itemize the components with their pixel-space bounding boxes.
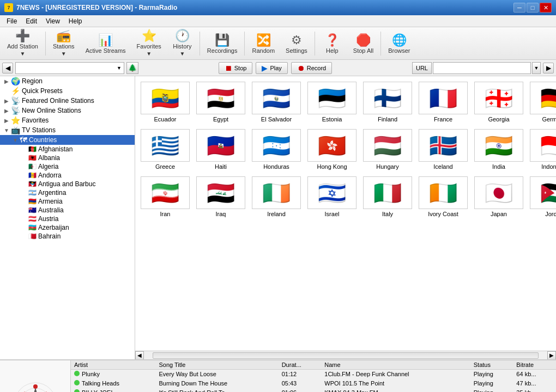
country-cell-france[interactable]: 🇫🇷France <box>418 81 469 124</box>
country-cell-greece[interactable]: 🇬🇷Greece <box>140 128 191 171</box>
flag-iraq: 🇮🇶 <box>196 176 245 209</box>
tree-austria[interactable]: 🇦🇹 Austria <box>0 215 135 223</box>
history-label: History <box>173 43 191 50</box>
close-button[interactable]: ✕ <box>540 3 552 13</box>
tree-quick-presets[interactable]: ⚡ Quick Presets <box>0 86 135 96</box>
tree-argentina[interactable]: 🇦🇷 Argentina <box>0 188 135 197</box>
favorites-arrow[interactable]: ▼ <box>146 50 152 58</box>
countries-icon: 🗺 <box>20 136 27 144</box>
new-online-toggle: ▶ <box>2 108 11 114</box>
country-cell-egypt[interactable]: 🇪🇬Egypt <box>195 81 246 124</box>
add-station-arrow[interactable]: ▼ <box>19 50 26 58</box>
stop-button[interactable]: ⏹ Stop <box>219 62 253 74</box>
menu-edit[interactable]: Edit <box>21 16 41 26</box>
np-row-1[interactable]: Talking HeadsBurning Down The House05:43… <box>71 379 556 388</box>
country-cell-india[interactable]: 🇮🇳India <box>473 128 524 171</box>
menu-file[interactable]: File <box>2 16 21 26</box>
country-name-iceland: Iceland <box>433 163 452 170</box>
country-name-indonesia: Indonesia <box>541 163 556 170</box>
tree-antigua[interactable]: 🇦🇬 Antigua and Barbuc <box>0 180 135 188</box>
tree-algeria[interactable]: 🇩🇿 Algeria <box>0 162 135 171</box>
tree-countries[interactable]: ▼ 🗺 Countries <box>0 135 135 145</box>
country-cell-ivory-coast[interactable]: 🇨🇮Ivory Coast <box>418 175 469 218</box>
nav-forward-button[interactable]: ▶ <box>543 63 554 74</box>
country-cell-estonia[interactable]: 🇪🇪Estonia <box>306 81 358 124</box>
tree-region[interactable]: ▶ 🌍 Region <box>0 76 135 86</box>
col-name: Name <box>321 360 470 370</box>
country-cell-haiti[interactable]: 🇭🇹Haiti <box>195 128 246 171</box>
tree-new-online[interactable]: ▶ 📡 New Online Stations <box>0 106 135 115</box>
history-arrow[interactable]: ▼ <box>179 50 185 58</box>
tree-featured[interactable]: ▶ 📡 Featured Online Stations <box>0 96 135 106</box>
settings-button[interactable]: ⚙ Settings <box>281 29 312 58</box>
country-cell-israel[interactable]: 🇮🇱Israel <box>306 175 358 218</box>
help-button[interactable]: ❓ Help <box>317 29 347 58</box>
flag-indonesia: 🇮🇩 <box>530 129 556 162</box>
active-streams-button[interactable]: 📊 Active Streams <box>81 29 131 58</box>
address-dropdown-icon: ▼ <box>117 65 122 71</box>
country-cell-germany[interactable]: 🇩🇪Germany <box>529 81 556 124</box>
tree-australia[interactable]: 🇦🇺 Australia <box>0 206 135 215</box>
stations-arrow[interactable]: ▼ <box>61 50 67 58</box>
radio-tower-svg <box>11 379 60 392</box>
country-cell-hong-kong[interactable]: 🇭🇰Hong Kong <box>306 128 358 171</box>
country-cell-japan[interactable]: 🇯🇵Japan <box>473 175 524 218</box>
tree-armenia[interactable]: 🇦🇲 Armenia <box>0 197 135 206</box>
tree-bahrain[interactable]: 🇧🇭 Bahrain <box>0 232 135 241</box>
region-icon: 🌍 <box>11 77 20 85</box>
country-cell-ireland[interactable]: 🇮🇪Ireland <box>251 175 302 218</box>
stop-all-button[interactable]: 🛑 Stop All <box>348 29 378 58</box>
horizontal-scrollbar[interactable]: ◀ ▶ <box>135 351 556 359</box>
random-button[interactable]: 🔀 Random <box>247 29 280 58</box>
url-input[interactable] <box>433 62 531 74</box>
np-header-row: Artist Song Title Durat... Name Status B… <box>71 360 556 370</box>
record-button[interactable]: ⏺ Record <box>291 62 332 74</box>
country-cell-el-salvador[interactable]: 🇸🇻El Salvador <box>251 81 302 124</box>
np-row-0[interactable]: PlunkyEvery Way But Loose01:121Club.FM -… <box>71 370 556 379</box>
tree-albania[interactable]: 🇦🇱 Albania <box>0 154 135 162</box>
history-button[interactable]: 🕐 History ▼ <box>167 29 197 58</box>
country-cell-honduras[interactable]: 🇭🇳Honduras <box>251 128 302 171</box>
favorites-button[interactable]: ⭐ Favorites ▼ <box>132 29 166 58</box>
country-cell-iraq[interactable]: 🇮🇶Iraq <box>195 175 246 218</box>
h-scroll-thumb[interactable] <box>153 352 539 359</box>
country-name-germany: Germany <box>542 116 556 122</box>
h-scroll-left[interactable]: ◀ <box>135 351 144 360</box>
tree-tv-stations[interactable]: ▼ 📺 TV Stations <box>0 125 135 135</box>
country-cell-jordan[interactable]: 🇯🇴Jordan <box>529 175 556 218</box>
tree-azerbaijan[interactable]: 🇦🇿 Azerbaijan <box>0 223 135 232</box>
title-bar: 7 7NEWS - [UNREGISTERED VERSION] - Rarma… <box>0 0 556 15</box>
np-row-2[interactable]: BILLY JOELIt's Still Rock And Roll To01:… <box>71 388 556 393</box>
tree-afghanistan[interactable]: 🇦🇫 Afghanistan <box>0 145 135 154</box>
country-cell-iran[interactable]: 🇮🇷Iran <box>140 175 191 218</box>
add-station-button[interactable]: ➕ Add Station ▼ <box>2 29 43 58</box>
tree-favorites[interactable]: ▶ ⭐ Favorites <box>0 115 135 125</box>
tree-view-button[interactable]: 🌲 <box>126 62 138 74</box>
country-cell-iceland[interactable]: 🇮🇸Iceland <box>418 128 469 171</box>
browser-button[interactable]: 🌐 Browser <box>383 29 415 58</box>
flag-israel: 🇮🇱 <box>307 176 356 209</box>
address-combo[interactable]: ▼ <box>15 62 124 74</box>
play-button[interactable]: ▶ Play <box>256 62 287 74</box>
url-dropdown[interactable]: ▼ <box>532 62 541 74</box>
country-cell-italy[interactable]: 🇮🇹Italy <box>362 175 413 218</box>
maximize-button[interactable]: □ <box>527 3 539 13</box>
country-cell-finland[interactable]: 🇫🇮Finland <box>362 81 413 124</box>
recordings-button[interactable]: 💾 Recordings <box>202 29 243 58</box>
np-name-2: KMAX 94.3 Max FM <box>321 388 470 393</box>
minimize-button[interactable]: ─ <box>513 3 525 13</box>
col-artist: Artist <box>71 360 155 370</box>
menu-view[interactable]: View <box>41 16 64 26</box>
record-icon: ⏺ <box>297 64 305 72</box>
tree-andorra[interactable]: 🇦🇩 Andorra <box>0 171 135 180</box>
menu-help[interactable]: Help <box>64 16 87 26</box>
country-name-estonia: Estonia <box>322 116 342 122</box>
h-scroll-right[interactable]: ▶ <box>547 351 556 360</box>
country-cell-georgia[interactable]: 🇬🇪Georgia <box>473 81 524 124</box>
country-cell-ecuador[interactable]: 🇪🇨Ecuador <box>140 81 191 124</box>
stations-button[interactable]: 📻 Stations ▼ <box>48 29 80 58</box>
country-cell-hungary[interactable]: 🇭🇺Hungary <box>362 128 413 171</box>
flag-ivory-coast: 🇨🇮 <box>419 176 468 209</box>
country-cell-indonesia[interactable]: 🇮🇩Indonesia <box>529 128 556 171</box>
nav-back-button[interactable]: ◀ <box>2 63 13 74</box>
